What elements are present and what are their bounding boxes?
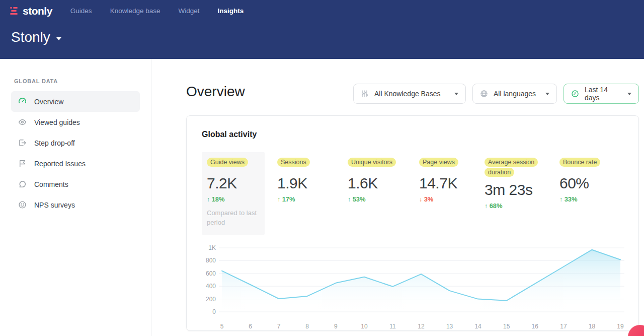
svg-text:800: 800: [206, 257, 216, 264]
chevron-down-icon: [56, 37, 61, 40]
svg-text:16: 16: [532, 323, 539, 330]
nav-link-knowledge-base[interactable]: Knowledge base: [110, 7, 160, 15]
sidebar-item-label: Overview: [34, 98, 63, 106]
metric-average-session-duration[interactable]: Average session duration 3m 23s ↑ 68%: [485, 152, 559, 235]
svg-text:600: 600: [206, 270, 216, 277]
sidebar-item-nps-surveys[interactable]: NPS surveys: [11, 194, 140, 215]
metric-guide-views[interactable]: Guide views 7.2K ↑ 18% Compared to last …: [202, 152, 265, 235]
svg-text:1K: 1K: [208, 244, 216, 251]
metric-delta: ↓ 3%: [419, 195, 485, 203]
filters-bar: All Knowledge Bases All languages: [353, 84, 639, 104]
card-title: Global activity: [202, 130, 623, 139]
sidebar-item-overview[interactable]: Overview: [11, 91, 140, 112]
metric-sessions[interactable]: Sessions 1.9K ↑ 17%: [277, 152, 348, 235]
stonly-logo-icon: [10, 7, 19, 15]
languages-dropdown[interactable]: All languages: [472, 84, 557, 104]
svg-text:15: 15: [503, 323, 510, 330]
metric-page-views[interactable]: Page views 14.7K ↓ 3%: [419, 152, 485, 235]
comment-icon: [18, 180, 27, 188]
svg-text:11: 11: [389, 323, 396, 330]
sidebar-item-label: Viewed guides: [34, 118, 80, 126]
svg-text:200: 200: [206, 295, 216, 302]
top-header: stonly Guides Knowledge base Widget Insi…: [0, 0, 644, 59]
stonly-logo[interactable]: stonly: [10, 5, 52, 17]
metric-value: 1.9K: [277, 175, 348, 192]
svg-text:14: 14: [474, 323, 481, 330]
sidebar-item-label: Comments: [34, 180, 68, 188]
sidebar-item-reported-issues[interactable]: Reported Issues: [11, 153, 140, 174]
sliders-icon: [361, 90, 369, 98]
nav-link-widget[interactable]: Widget: [178, 7, 199, 15]
svg-text:400: 400: [206, 283, 216, 290]
svg-text:13: 13: [446, 323, 453, 330]
clock-icon: [571, 90, 580, 98]
metric-value: 14.7K: [419, 175, 485, 192]
main-content: Overview All Knowledge Bases: [151, 59, 644, 336]
metric-delta: ↑ 68%: [485, 202, 559, 210]
workspace-selector[interactable]: Stonly: [10, 17, 634, 45]
dropdown-value: All languages: [494, 90, 538, 98]
metric-label: Bounce rate: [559, 158, 600, 167]
metric-delta: ↑ 33%: [559, 195, 600, 203]
sidebar-item-viewed-guides[interactable]: Viewed guides: [11, 112, 140, 132]
gauge-icon: [18, 97, 27, 106]
chevron-down-icon: [545, 93, 549, 95]
metric-label: Guide views: [207, 158, 248, 167]
global-activity-card: Global activity Guide views 7.2K ↑ 18% C…: [186, 115, 639, 331]
metrics-row: Guide views 7.2K ↑ 18% Compared to last …: [202, 152, 623, 235]
metric-label: Unique visitors: [348, 158, 396, 167]
metric-delta: ↑ 18%: [207, 195, 260, 203]
workspace-name: Stonly: [11, 29, 50, 45]
metric-label: Sessions: [277, 158, 310, 167]
metric-value: 3m 23s: [485, 181, 559, 198]
sidebar-item-comments[interactable]: Comments: [11, 174, 140, 194]
dropdown-value: Last 14 days: [585, 86, 620, 102]
sidebar: GLOBAL DATA Overview Viewed guides: [0, 59, 151, 336]
knowledge-bases-dropdown[interactable]: All Knowledge Bases: [353, 84, 466, 104]
flag-icon: [18, 159, 27, 168]
sidebar-item-label: Reported Issues: [34, 160, 86, 168]
metric-label: Average session duration: [485, 158, 538, 177]
svg-text:10: 10: [361, 323, 368, 330]
metric-value: 60%: [559, 175, 600, 192]
dropdown-value: All Knowledge Bases: [374, 90, 447, 98]
metric-delta: ↑ 17%: [277, 195, 348, 203]
metric-value: 1.6K: [348, 175, 419, 192]
date-range-dropdown[interactable]: Last 14 days: [564, 84, 639, 104]
svg-text:18: 18: [589, 323, 596, 330]
eye-icon: [18, 118, 27, 126]
metric-label: Page views: [419, 158, 458, 167]
metric-bounce-rate[interactable]: Bounce rate 60% ↑ 33%: [559, 152, 600, 235]
top-nav: Guides Knowledge base Widget Insights: [70, 7, 244, 15]
svg-text:17: 17: [560, 323, 567, 330]
chevron-down-icon: [454, 93, 458, 95]
metric-delta: ↑ 53%: [348, 195, 419, 203]
sidebar-item-label: Step drop-off: [34, 139, 75, 147]
chevron-down-icon: [627, 93, 631, 95]
svg-text:8: 8: [305, 323, 309, 330]
step-exit-icon: [18, 139, 27, 147]
page-title: Overview: [186, 84, 245, 100]
nav-link-guides[interactable]: Guides: [70, 7, 92, 15]
metric-compare-note: Compared to last period: [207, 209, 261, 228]
svg-text:6: 6: [249, 323, 252, 330]
svg-text:9: 9: [334, 323, 338, 330]
sidebar-item-step-drop-off[interactable]: Step drop-off: [11, 132, 140, 153]
sidebar-item-label: NPS surveys: [34, 201, 75, 209]
sidebar-section-label: GLOBAL DATA: [14, 78, 151, 84]
svg-text:19: 19: [617, 323, 624, 330]
logo-text: stonly: [23, 5, 52, 17]
metric-value: 7.2K: [207, 175, 260, 192]
smiley-icon: [18, 200, 27, 209]
metric-unique-visitors[interactable]: Unique visitors 1.6K ↑ 53%: [348, 152, 419, 235]
svg-text:5: 5: [220, 323, 224, 330]
nav-link-insights[interactable]: Insights: [217, 7, 244, 15]
svg-text:0: 0: [212, 308, 216, 315]
activity-area-chart[interactable]: 02004006008001K5678910111213141516171819: [202, 242, 624, 335]
svg-text:7: 7: [277, 323, 281, 330]
globe-icon: [480, 90, 489, 98]
svg-text:12: 12: [418, 323, 425, 330]
